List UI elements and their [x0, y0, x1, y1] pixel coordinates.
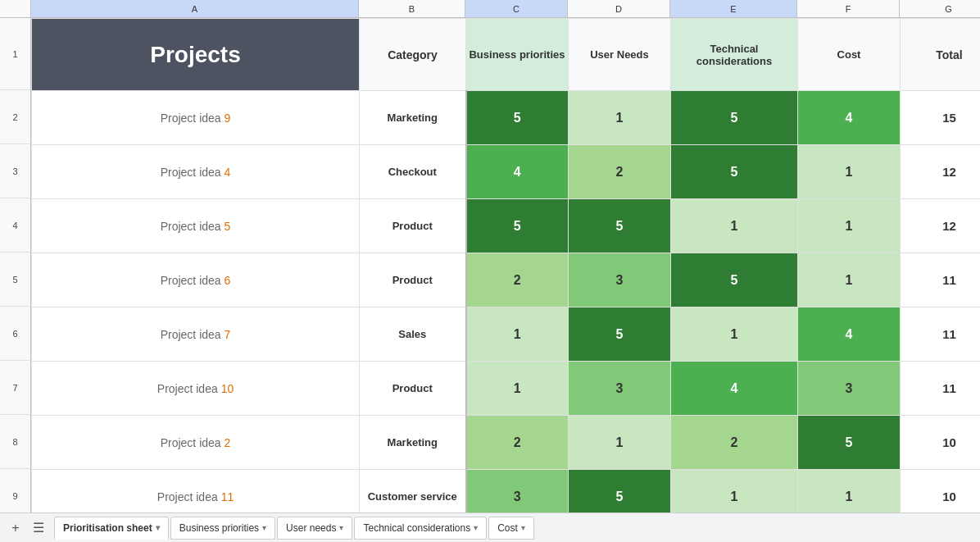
cost-cell[interactable]: 1: [798, 253, 901, 307]
un-cell[interactable]: 5: [569, 199, 671, 253]
project-name-cell[interactable]: Project idea 5: [32, 199, 360, 253]
row-header-4[interactable]: 4: [0, 198, 31, 253]
tab-dropdown-arrow[interactable]: ▾: [262, 523, 266, 532]
tab-dropdown-arrow[interactable]: ▾: [156, 523, 160, 532]
bp-cell[interactable]: 1: [466, 307, 569, 362]
projects-label: Projects: [150, 42, 241, 67]
un-cell[interactable]: 2: [569, 145, 671, 199]
col-header-E[interactable]: E: [670, 0, 797, 17]
project-name-cell[interactable]: Project idea 7: [32, 307, 360, 362]
tc-cell[interactable]: 5: [671, 145, 798, 199]
sheet-tab[interactable]: Prioritisation sheet▾: [54, 517, 169, 540]
sheet-tab[interactable]: Cost▾: [488, 517, 534, 540]
main-table: Projects Category Business priorities Us…: [31, 18, 980, 512]
col-header-B[interactable]: B: [359, 0, 465, 17]
row-header-5[interactable]: 5: [0, 253, 31, 307]
tc-cell[interactable]: 5: [671, 253, 798, 307]
un-cell[interactable]: 5: [569, 307, 671, 362]
un-cell[interactable]: 5: [569, 470, 671, 513]
sheet-tab[interactable]: Technical considerations▾: [354, 517, 487, 540]
sheet-tab[interactable]: User needs▾: [277, 517, 352, 540]
bp-cell[interactable]: 5: [466, 199, 569, 253]
cost-header: Cost: [798, 19, 901, 91]
corner-cell: [0, 0, 31, 17]
table-row: Project idea 7 Sales 1 5 1 4 11: [32, 307, 981, 362]
tc-cell[interactable]: 1: [671, 307, 798, 362]
tc-cell[interactable]: 5: [671, 91, 798, 145]
col-header-A[interactable]: A: [31, 0, 359, 17]
cost-cell[interactable]: 4: [798, 91, 901, 145]
bp-cell[interactable]: 5: [466, 91, 569, 145]
table-row: Project idea 6 Product 2 3 5 1 11: [32, 253, 981, 307]
category-cell[interactable]: Marketing: [360, 416, 466, 470]
un-cell[interactable]: 1: [569, 416, 671, 470]
col-header-F[interactable]: F: [797, 0, 900, 17]
bp-header-label: Business priorities: [469, 48, 565, 61]
un-cell[interactable]: 3: [569, 362, 671, 416]
bp-cell[interactable]: 3: [466, 470, 569, 513]
un-cell[interactable]: 1: [569, 91, 671, 145]
tab-dropdown-arrow[interactable]: ▾: [474, 523, 478, 532]
tab-bar-controls: + ☰: [7, 519, 48, 537]
bp-cell[interactable]: 1: [466, 362, 569, 416]
tc-cell[interactable]: 4: [671, 362, 798, 416]
category-cell[interactable]: Checkout: [360, 145, 466, 199]
row-header-8[interactable]: 8: [0, 415, 31, 469]
project-name-cell[interactable]: Project idea 6: [32, 253, 360, 307]
project-name-cell[interactable]: Project idea 11: [32, 470, 360, 513]
un-cell[interactable]: 3: [569, 253, 671, 307]
bp-cell[interactable]: 2: [466, 416, 569, 470]
table-wrap: Projects Category Business priorities Us…: [31, 18, 980, 512]
category-cell[interactable]: Product: [360, 253, 466, 307]
row-header-3[interactable]: 3: [0, 144, 31, 198]
row-header-7[interactable]: 7: [0, 361, 31, 415]
sheet-list-button[interactable]: ☰: [29, 519, 48, 537]
grid-area: 1 2 3 4 5 6 7 8 9: [0, 18, 980, 512]
total-header-label: Total: [936, 48, 962, 61]
total-cell: 11: [901, 307, 981, 362]
col-header-C[interactable]: C: [465, 0, 568, 17]
tc-cell[interactable]: 1: [671, 470, 798, 513]
cost-cell[interactable]: 1: [798, 199, 901, 253]
category-cell[interactable]: Marketing: [360, 91, 466, 145]
tab-bar: + ☰ Prioritisation sheet▾Business priori…: [0, 512, 980, 542]
bp-cell[interactable]: 2: [466, 253, 569, 307]
project-name-cell[interactable]: Project idea 2: [32, 416, 360, 470]
cost-cell[interactable]: 3: [798, 362, 901, 416]
tab-dropdown-arrow[interactable]: ▾: [521, 523, 525, 532]
row-header-1[interactable]: 1: [0, 18, 31, 90]
project-name-cell[interactable]: Project idea 9: [32, 91, 360, 145]
category-cell[interactable]: Sales: [360, 307, 466, 362]
row-header-9[interactable]: 9: [0, 469, 31, 512]
project-name-cell[interactable]: Project idea 4: [32, 145, 360, 199]
table-row: Project idea 5 Product 5 5 1 1 12: [32, 199, 981, 253]
row-header-6[interactable]: 6: [0, 307, 31, 361]
category-cell[interactable]: Product: [360, 362, 466, 416]
cost-cell[interactable]: 4: [798, 307, 901, 362]
cost-cell[interactable]: 1: [798, 145, 901, 199]
add-sheet-button[interactable]: +: [7, 519, 25, 537]
table-row: Project idea 4 Checkout 4 2 5 1 12: [32, 145, 981, 199]
total-cell: 11: [901, 253, 981, 307]
tab-dropdown-arrow[interactable]: ▾: [339, 523, 343, 532]
cost-cell[interactable]: 1: [798, 470, 901, 513]
col-header-D[interactable]: D: [568, 0, 670, 17]
tc-header: Technical considerations: [671, 19, 798, 91]
row-header-2[interactable]: 2: [0, 90, 31, 144]
col-header-G[interactable]: G: [900, 0, 980, 17]
sheet-tab[interactable]: Business priorities▾: [170, 517, 275, 540]
tc-cell[interactable]: 1: [671, 199, 798, 253]
project-name-cell[interactable]: Project idea 10: [32, 362, 360, 416]
tc-cell[interactable]: 2: [671, 416, 798, 470]
category-cell[interactable]: Customer service: [360, 470, 466, 513]
sheet-tab-label: Technical considerations: [363, 522, 470, 534]
bp-header: Business priorities: [466, 19, 569, 91]
total-cell: 15: [901, 91, 981, 145]
column-headers-row: A B C D E F G: [0, 0, 980, 18]
cost-cell[interactable]: 5: [798, 416, 901, 470]
spreadsheet-container: A B C D E F G 1 2 3 4 5 6 7 8 9: [0, 0, 980, 542]
total-cell: 10: [901, 416, 981, 470]
tc-header-label: Technical considerations: [696, 43, 772, 67]
bp-cell[interactable]: 4: [466, 145, 569, 199]
category-cell[interactable]: Product: [360, 199, 466, 253]
